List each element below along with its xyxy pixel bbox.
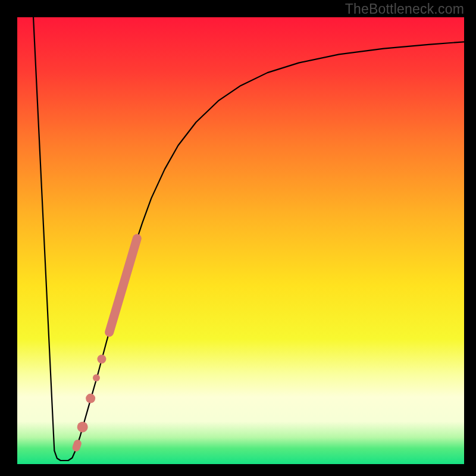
series-dot-4 [77, 422, 88, 433]
chart-svg [0, 0, 476, 476]
series-dot-2 [93, 374, 100, 381]
attribution-text: TheBottleneck.com [345, 1, 464, 17]
series-dot-1 [97, 355, 106, 364]
chart-container: { "attribution": "TheBottleneck.com", "c… [0, 0, 476, 476]
series-bottom-stub [76, 443, 77, 447]
plot-background [17, 17, 464, 464]
series-dot-3 [86, 394, 95, 403]
